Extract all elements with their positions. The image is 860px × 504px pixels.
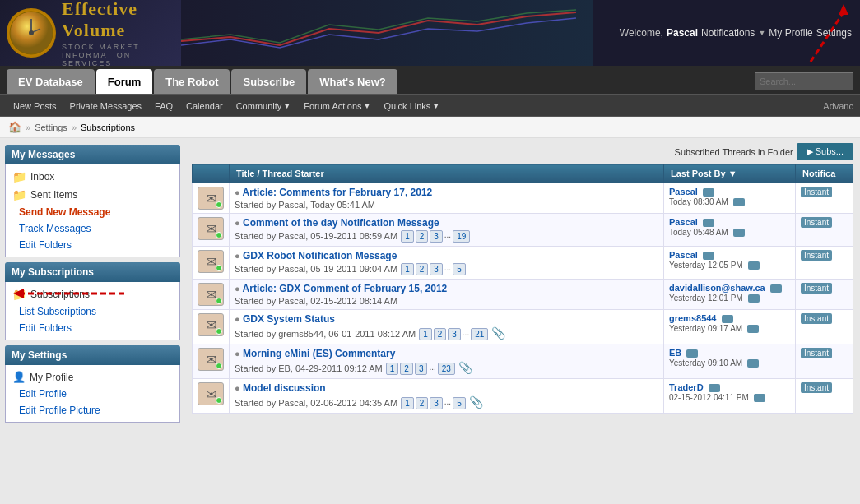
logo-circle [7, 8, 56, 58]
attachment-icon: 📎 [491, 326, 505, 340]
thread-title-link[interactable]: Article: GDX Comment of February 15, 201… [243, 283, 448, 294]
page-link[interactable]: 3 [430, 263, 443, 275]
last-post-user[interactable]: Pascal [669, 217, 698, 227]
envelope-icon: ✉ [198, 250, 224, 273]
sidebar-my-settings: My Settings 👤 My Profile Edit Profile Ed… [5, 345, 180, 423]
thread-title-link[interactable]: GDX Robot Notification Message [243, 250, 397, 261]
logo-text: Effective Volume STOCK MARKET INFORMATIO… [62, 0, 181, 66]
sidebar-send-new-message[interactable]: Send New Message [6, 204, 179, 220]
nav-tab-ev-database[interactable]: EV Database [7, 69, 95, 94]
page-link[interactable]: 1 [401, 230, 414, 243]
last-post-user[interactable]: TraderD [669, 382, 704, 392]
sidebar-track-messages[interactable]: Track Messages [6, 220, 179, 237]
thread-icon-cell: ✉ [193, 280, 230, 310]
thread-starter: Started by Pascal, 02-06-2012 04:35 AM12… [235, 395, 658, 409]
list-subscriptions-link[interactable]: List Subscriptions [19, 306, 96, 317]
page-link[interactable]: 23 [438, 363, 455, 375]
sidebar-my-messages: My Messages 📁 Inbox 📁 Sent Items Send Ne… [5, 145, 180, 257]
sidebar-item-subscriptions[interactable]: 📁 Subscriptions [6, 285, 179, 303]
send-new-message-link[interactable]: Send New Message [19, 206, 110, 218]
page-link[interactable]: 2 [434, 328, 447, 340]
page-link[interactable]: 5 [453, 397, 466, 409]
logo-image: Effective Volume STOCK MARKET INFORMATIO… [0, 0, 181, 66]
last-post-user[interactable]: Pascal [669, 250, 698, 260]
sub-nav-calendar[interactable]: Calendar [179, 95, 230, 117]
sub-nav-new-posts[interactable]: New Posts [7, 95, 63, 117]
page-link[interactable]: 1 [401, 397, 414, 409]
sub-nav-faq[interactable]: FAQ [148, 95, 179, 117]
nav-tab-the-robot[interactable]: The Robot [154, 69, 230, 94]
notification-cell: Instant [796, 379, 853, 414]
thread-starter: Started by EB, 04-29-2011 09:12 AM123...… [235, 361, 658, 375]
sidebar-edit-profile[interactable]: Edit Profile [6, 386, 179, 402]
last-post-user[interactable]: EB [669, 348, 681, 358]
page-link[interactable]: 1 [401, 263, 414, 275]
page-link[interactable]: 1 [386, 363, 399, 375]
sent-items-link[interactable]: Sent Items [30, 189, 77, 201]
page-link[interactable]: 3 [415, 363, 428, 375]
sidebar-my-subscriptions: My Subscriptions 📁 Subscriptions List Su… [5, 262, 180, 340]
page-link[interactable]: 5 [453, 263, 466, 275]
home-icon[interactable]: 🏠 [8, 121, 21, 133]
inbox-link[interactable]: Inbox [30, 171, 54, 183]
nav-tab-whats-new[interactable]: What's New? [308, 69, 397, 94]
page-link[interactable]: 3 [430, 230, 443, 243]
threads-header: Subscribed Threads in Folder ▶ Subs... [192, 143, 853, 160]
thread-title-link[interactable]: GDX System Status [243, 313, 335, 325]
settings-link[interactable]: Settings [816, 27, 852, 39]
main-content: Subscribed Threads in Folder ▶ Subs... T… [185, 138, 860, 483]
sub-nav-quick-links[interactable]: Quick Links ▼ [377, 101, 446, 111]
page-link[interactable]: 2 [416, 230, 429, 243]
notification-cell: Instant [796, 214, 853, 247]
table-row: ● Article: Comments for February 17, 201… [230, 183, 664, 214]
edit-profile-link[interactable]: Edit Profile [19, 388, 67, 400]
page-ellipsis: ... [429, 363, 435, 375]
sidebar-my-messages-header: My Messages [5, 145, 180, 164]
thread-title-link[interactable]: Morning eMini (ES) Commentary [243, 348, 395, 359]
sidebar-item-inbox[interactable]: 📁 Inbox [6, 168, 179, 186]
last-post-user[interactable]: Pascal [669, 187, 698, 197]
nav-tab-subscribe[interactable]: Subscribe [231, 69, 306, 94]
subs-button[interactable]: ▶ Subs... [797, 143, 853, 160]
subscriptions-link[interactable]: Subscriptions [30, 289, 90, 300]
my-profile-link[interactable]: My Profile [769, 27, 812, 39]
page-link[interactable]: 3 [430, 397, 443, 409]
sidebar-edit-folders-1[interactable]: Edit Folders [6, 237, 179, 253]
notifications-link[interactable]: Notifications [701, 27, 755, 39]
page-link[interactable]: 2 [400, 363, 413, 375]
last-post-user[interactable]: grems8544 [669, 313, 717, 323]
sidebar-item-my-profile[interactable]: 👤 My Profile [6, 368, 179, 386]
nav-tab-forum[interactable]: Forum [96, 69, 152, 94]
page-link[interactable]: 1 [419, 328, 432, 340]
svg-point-3 [29, 30, 34, 35]
sidebar-edit-folders-2[interactable]: Edit Folders [6, 320, 179, 336]
page-link[interactable]: 19 [453, 230, 470, 243]
search-input[interactable] [755, 72, 853, 90]
sub-nav-forum-actions[interactable]: Forum Actions ▼ [297, 101, 377, 111]
edit-folders-link-1[interactable]: Edit Folders [19, 239, 72, 251]
page-link[interactable]: 3 [448, 328, 461, 340]
breadcrumb-settings[interactable]: Settings [35, 123, 67, 132]
sidebar-list-subscriptions[interactable]: List Subscriptions [6, 303, 179, 320]
edit-profile-picture-link[interactable]: Edit Profile Picture [19, 405, 100, 416]
thread-title-link[interactable]: Model discussion [243, 382, 326, 394]
green-dot-icon [216, 397, 222, 404]
edit-folders-link-2[interactable]: Edit Folders [19, 322, 72, 334]
envelope-icon: ✉ [198, 348, 224, 371]
page-link[interactable]: 21 [471, 328, 488, 340]
username-link[interactable]: Pascal [667, 27, 698, 39]
last-post-info: EB Yesterday 09:10 AM [669, 348, 790, 368]
threads-table: Title / Thread Starter Last Post By ▼ No… [192, 164, 853, 414]
thread-title-link[interactable]: Article: Comments for February 17, 2012 [243, 187, 433, 198]
sidebar-item-sent[interactable]: 📁 Sent Items [6, 186, 179, 204]
page-link[interactable]: 2 [416, 397, 429, 409]
my-profile-sidebar-link[interactable]: My Profile [30, 372, 73, 383]
last-post-user[interactable]: davidallison@shaw.ca [669, 283, 765, 293]
page-link[interactable]: 2 [416, 263, 429, 275]
sub-nav-private-messages[interactable]: Private Messages [63, 95, 148, 117]
sidebar-edit-profile-picture[interactable]: Edit Profile Picture [6, 402, 179, 418]
page-links: 123...5 [401, 263, 466, 275]
track-messages-link[interactable]: Track Messages [19, 223, 91, 234]
thread-title-link[interactable]: Comment of the day Notification Message [243, 217, 439, 229]
sub-nav-community[interactable]: Community ▼ [230, 101, 298, 111]
